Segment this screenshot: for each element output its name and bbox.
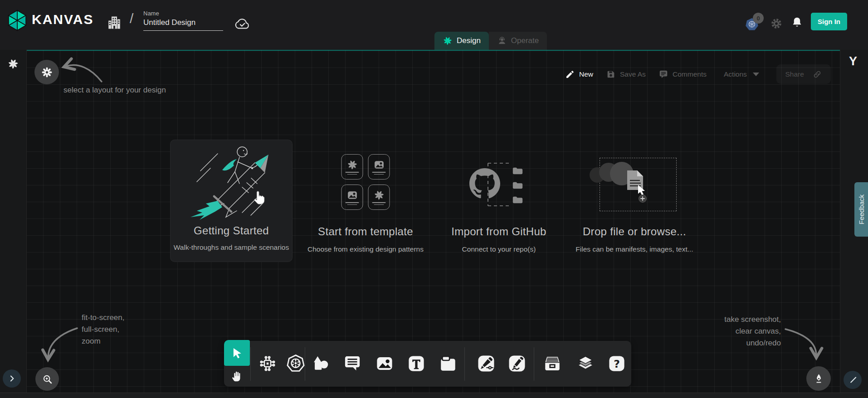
folder-icon: [513, 182, 522, 189]
layers-tool-icon[interactable]: [576, 354, 595, 373]
image-icon: [346, 189, 358, 201]
hand-icon: [231, 370, 243, 383]
zoom-hint-text: fit-to-screen, full-screen, zoom: [82, 312, 124, 347]
card-subtitle: Walk-throughs and sample scenarios: [171, 243, 292, 252]
design-spiral-icon: [443, 36, 453, 46]
sticky-note-tool-icon[interactable]: [439, 354, 458, 373]
shapes-tool-icon[interactable]: [311, 354, 330, 373]
card-import-from-github[interactable]: Import from GitHub Connect to your repo(…: [440, 150, 558, 258]
template-thumb: [341, 184, 363, 210]
design-name-input[interactable]: [143, 18, 223, 31]
chevron-left-icon: [848, 375, 857, 384]
toolbar-divider: [250, 347, 251, 381]
breadcrumb-separator: /: [130, 11, 133, 26]
name-label: Name: [143, 10, 223, 17]
tools-dock: [224, 341, 631, 387]
help-tool-icon[interactable]: [607, 354, 626, 373]
toolbar-divider: [534, 347, 534, 381]
chevron-right-icon: [7, 374, 16, 383]
text-tool-icon[interactable]: [407, 354, 426, 373]
template-thumb: [368, 184, 390, 210]
drawer-tool-icon[interactable]: [543, 354, 562, 373]
pen-path-tool-icon[interactable]: [477, 354, 496, 373]
expand-right-panel-button[interactable]: [844, 371, 862, 389]
zoom-button[interactable]: [35, 367, 59, 391]
kanvas-wordmark[interactable]: KANVAS: [32, 12, 93, 27]
actions-dropdown[interactable]: Actions: [724, 68, 759, 81]
template-thumb: [368, 154, 390, 180]
rocket-doodle: [189, 144, 275, 222]
share-link-icon: [813, 70, 822, 79]
comments-button[interactable]: Comments: [658, 68, 707, 81]
layout-flower-icon: [41, 66, 53, 78]
select-tool[interactable]: [224, 340, 250, 366]
card-title: Drop file or browse...: [572, 225, 697, 238]
left-rail: [0, 50, 27, 393]
comment-icon: [658, 69, 668, 79]
bottom-strip: [0, 393, 868, 398]
expand-left-panel-button[interactable]: [3, 369, 21, 388]
pan-tool[interactable]: [224, 366, 250, 387]
components-tool-icon[interactable]: [258, 354, 277, 373]
tab-design[interactable]: Design: [434, 32, 489, 50]
card-drop-file[interactable]: Drop file or browse... Files can be mani…: [572, 150, 697, 258]
notifications-bell-icon[interactable]: [791, 16, 803, 29]
comment-tool-icon[interactable]: [343, 354, 362, 373]
image-icon: [373, 159, 385, 170]
kanvas-logo-icon[interactable]: [5, 10, 29, 31]
file-icon: [627, 170, 643, 190]
card-subtitle: Choose from existing design patterns: [302, 245, 429, 253]
feedback-tab[interactable]: Feedback: [854, 182, 868, 237]
magnifier-plus-icon: [41, 373, 54, 385]
tools-hint-text: take screenshot, clear canvas, undo/redo: [707, 314, 781, 349]
card-title: Start from template: [302, 225, 429, 238]
cloud-saved-icon: [234, 18, 251, 30]
toolbar-divider: [464, 347, 465, 381]
layout-selector-button[interactable]: [34, 60, 59, 84]
floppy-icon: [606, 69, 616, 79]
pencil-icon: [565, 69, 575, 79]
card-start-from-template[interactable]: Start from template Choose from existing…: [302, 150, 429, 258]
spiral-icon: [373, 189, 385, 201]
spiral-icon: [346, 159, 358, 170]
layout-hint-text: select a layout for your design: [63, 84, 166, 96]
organization-icon[interactable]: [106, 15, 122, 31]
sign-in-button[interactable]: Sign In: [811, 13, 847, 30]
panel-toggle-y[interactable]: Y: [849, 54, 857, 68]
cursor-arrow-icon: [230, 346, 244, 360]
pen-nib-icon: [813, 373, 825, 385]
whiteboarding-button[interactable]: [806, 366, 831, 391]
drop-file-graphic: [587, 159, 683, 218]
context-count-badge[interactable]: 0: [753, 13, 764, 24]
tab-operate[interactable]: Operate: [489, 32, 547, 50]
settings-gear-icon[interactable]: [770, 17, 783, 30]
github-import-graphic: [467, 160, 527, 210]
github-octocat-icon: [469, 168, 500, 198]
new-design-button[interactable]: New: [565, 68, 593, 81]
card-getting-started[interactable]: Getting Started Walk-throughs and sample…: [170, 140, 293, 262]
design-name-group: Name: [143, 10, 223, 31]
share-button[interactable]: Share: [776, 64, 831, 84]
app-header: KANVAS / Name 0 Sign In: [0, 0, 868, 50]
image-tool-icon[interactable]: [375, 354, 394, 373]
operate-person-icon: [497, 36, 507, 46]
hand-pointer-cursor: [252, 190, 266, 207]
save-as-button[interactable]: Save As: [606, 68, 646, 81]
kubernetes-tool-icon[interactable]: [286, 354, 305, 373]
sidebar-spiral-icon[interactable]: [7, 58, 19, 70]
template-thumbnails: [341, 154, 390, 210]
card-subtitle: Connect to your repo(s): [440, 245, 558, 253]
folder-icon: [513, 168, 522, 175]
freehand-draw-tool-icon[interactable]: [507, 354, 527, 373]
card-title: Import from GitHub: [440, 225, 558, 238]
plus-badge: [639, 195, 647, 203]
kanvas-app: KANVAS / Name 0 Sign In Design Operate Y…: [0, 0, 868, 398]
card-title: Getting Started: [171, 224, 292, 237]
chevron-down-icon: [753, 73, 759, 76]
template-thumb: [341, 154, 363, 180]
folder-icon: [513, 197, 522, 204]
card-subtitle: Files can be manifests, images, text...: [572, 245, 697, 253]
